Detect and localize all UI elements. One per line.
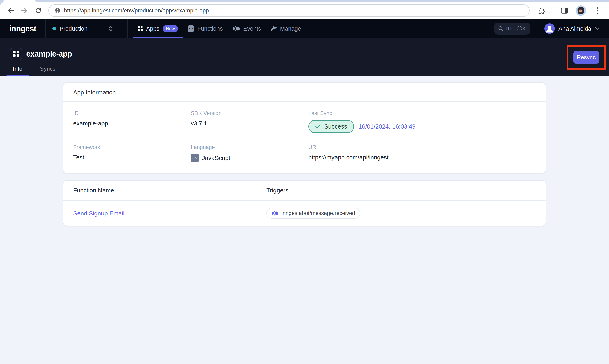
browser-profile-avatar[interactable] xyxy=(576,5,586,16)
nav-item-label: Functions xyxy=(197,25,223,32)
select-chevrons-icon xyxy=(108,25,113,32)
apps-grid-icon xyxy=(137,26,143,31)
reload-button[interactable] xyxy=(31,4,45,17)
toolbar-divider xyxy=(553,7,553,15)
app-navbar: inngest Production Apps New <> Functions… xyxy=(0,19,609,38)
functions-table-card: Function Name Triggers Send Signup Email… xyxy=(63,180,546,226)
env-name: Production xyxy=(60,25,105,32)
navbar-divider xyxy=(127,19,128,38)
inngest-logo: inngest xyxy=(9,24,36,33)
column-function-name: Function Name xyxy=(73,187,266,194)
new-badge: New xyxy=(163,25,178,32)
tab-info[interactable]: Info xyxy=(6,61,29,77)
app-information-card: App Information ID example-app SDK Versi… xyxy=(63,82,546,173)
field-framework: Framework Test xyxy=(73,144,191,162)
reload-icon xyxy=(35,7,42,14)
check-icon xyxy=(315,124,321,129)
function-link[interactable]: Send Signup Email xyxy=(73,210,125,217)
search-icon xyxy=(498,26,504,31)
column-triggers: Triggers xyxy=(266,187,536,194)
url-text[interactable]: https://app.inngest.com/env/production/a… xyxy=(64,7,209,14)
search-divider xyxy=(514,26,514,32)
sidebar-toggle-icon xyxy=(561,7,568,14)
browser-chrome: https://app.inngest.com/env/production/a… xyxy=(0,0,609,19)
field-label: Language xyxy=(191,144,308,150)
field-url: URL https://myapp.com/api/inngest xyxy=(308,144,536,162)
field-language: Language JS JavaScript xyxy=(191,144,308,162)
sidebar-toggle-button[interactable] xyxy=(557,4,571,17)
app-icon xyxy=(10,48,22,60)
env-status-dot xyxy=(52,27,56,30)
kebab-menu-icon xyxy=(593,7,601,14)
extensions-button[interactable] xyxy=(535,4,548,17)
browser-window: https://app.inngest.com/env/production/a… xyxy=(0,0,609,364)
field-value: https://myapp.com/api/inngest xyxy=(308,154,536,161)
nav-item-events[interactable]: Events xyxy=(228,19,266,38)
resync-button[interactable]: Resync xyxy=(573,51,599,64)
status-text: Success xyxy=(324,123,347,130)
browser-actions xyxy=(535,4,604,17)
nav-item-label: Apps xyxy=(146,25,160,32)
field-sdk-version: SDK Version v3.7.1 xyxy=(191,110,308,133)
field-value: Test xyxy=(73,154,191,161)
search-shortcut[interactable]: ID ⌘K xyxy=(494,23,530,35)
field-label: Framework xyxy=(73,144,191,150)
trigger-event-icon xyxy=(272,211,278,216)
field-label: URL xyxy=(308,144,536,150)
app-info-fields: ID example-app SDK Version v3.7.1 Last S… xyxy=(63,102,546,173)
user-avatar xyxy=(544,23,555,34)
field-id: ID example-app xyxy=(73,110,191,133)
field-label: SDK Version xyxy=(191,110,308,117)
manage-wrench-icon xyxy=(271,26,277,32)
main-nav: Apps New <> Functions Events Manage xyxy=(133,19,306,38)
field-value: example-app xyxy=(73,120,191,127)
chevron-down-icon xyxy=(595,27,599,30)
functions-code-icon: <> xyxy=(188,25,194,32)
main-content: App Information ID example-app SDK Versi… xyxy=(0,77,609,364)
url-bar[interactable]: https://app.inngest.com/env/production/a… xyxy=(48,4,530,17)
events-stream-icon xyxy=(232,26,240,31)
status-badge: Success xyxy=(308,120,354,133)
nav-item-manage[interactable]: Manage xyxy=(266,19,306,38)
field-label: Last Sync xyxy=(308,110,536,117)
browser-toolbar: https://app.inngest.com/env/production/a… xyxy=(0,2,609,19)
user-name: Ana Almeida xyxy=(558,25,591,32)
annotation-highlight-box: Resync xyxy=(567,45,606,70)
card-title: App Information xyxy=(63,83,546,102)
field-value: JavaScript xyxy=(202,155,230,161)
nav-item-functions[interactable]: <> Functions xyxy=(183,19,228,38)
forward-button[interactable] xyxy=(18,4,31,17)
table-row: Send Signup Email inngestabot/message.re… xyxy=(63,201,546,226)
back-button[interactable] xyxy=(4,4,18,17)
page-title: example-app xyxy=(26,50,72,58)
field-last-sync: Last Sync Success 16/01/2024, 16:03:49 xyxy=(308,110,536,133)
field-label: ID xyxy=(73,110,191,117)
nav-item-label: Manage xyxy=(280,25,301,32)
last-sync-timestamp-link[interactable]: 16/01/2024, 16:03:49 xyxy=(359,123,416,130)
javascript-badge-icon: JS xyxy=(191,154,199,162)
search-label: ID xyxy=(506,26,512,32)
forward-icon xyxy=(21,7,28,14)
account-menu[interactable]: Ana Almeida xyxy=(544,23,599,34)
environment-selector[interactable]: Production xyxy=(45,19,118,38)
back-icon xyxy=(7,7,14,14)
nav-item-apps[interactable]: Apps New xyxy=(133,19,183,38)
tab-syncs[interactable]: Syncs xyxy=(34,61,62,77)
app-title-row: example-app xyxy=(10,48,72,60)
field-value: v3.7.1 xyxy=(191,120,308,127)
table-header: Function Name Triggers xyxy=(63,181,546,201)
globe-icon xyxy=(54,8,60,14)
trigger-name: inngestabot/message.received xyxy=(281,210,355,216)
page-header: example-app Info Syncs Resync xyxy=(0,38,609,77)
extensions-icon xyxy=(538,7,545,14)
page-tabs: Info Syncs xyxy=(6,61,62,77)
nav-item-label: Events xyxy=(243,25,261,32)
navbar-divider xyxy=(537,19,537,38)
trigger-badge[interactable]: inngestabot/message.received xyxy=(266,208,360,219)
search-shortcut-keys: ⌘K xyxy=(517,25,526,32)
browser-menu-button[interactable] xyxy=(591,4,604,17)
